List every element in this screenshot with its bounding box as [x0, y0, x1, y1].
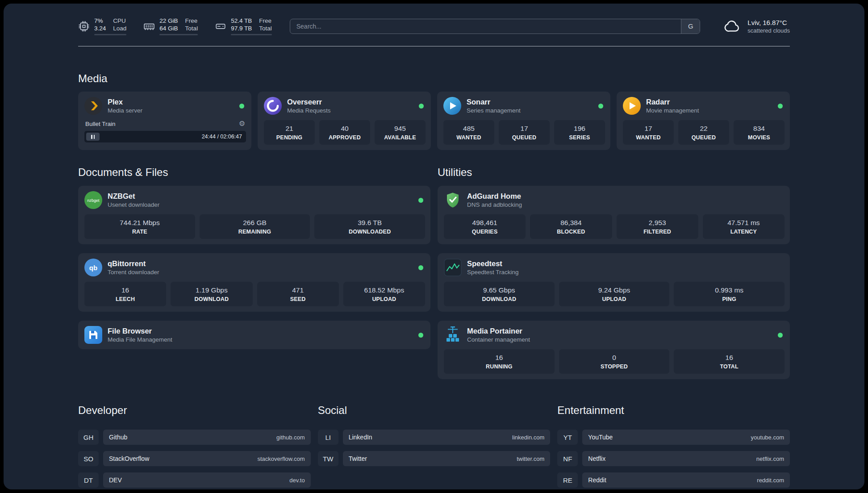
stat-value: 266 GB — [201, 218, 309, 227]
card-titles: Plex Media server — [108, 97, 142, 114]
stat-label: LATENCY — [705, 228, 783, 235]
media-card-grid: Plex Media server Bullet Train ⚙ 24:44 /… — [78, 92, 790, 150]
card-titles: NZBGet Usenet downloader — [108, 192, 159, 209]
card-titles: qBittorrent Torrent downloader — [108, 259, 159, 276]
cloud-icon — [722, 18, 742, 34]
disk-free: 52.4 TB — [231, 17, 252, 25]
service-card-nzbget[interactable]: nzbget NZBGet Usenet downloader 744.21 M… — [78, 186, 430, 244]
stats-row: 21 PENDING 40 APPROVED 945 AVAILABLE — [264, 120, 426, 145]
card-header: qb qBittorrent Torrent downloader — [84, 259, 425, 276]
service-name: Speedtest — [467, 259, 519, 268]
card-titles: Speedtest Speedtest Tracking — [467, 259, 519, 276]
service-card-adguard[interactable]: AdGuard Home DNS and adblocking 498,461 … — [438, 186, 790, 244]
stats-row: 485 WANTED 17 QUEUED 196 SERIES — [443, 120, 605, 145]
service-name: Plex — [108, 97, 142, 106]
bookmark-github[interactable]: GH Github github.com — [78, 430, 311, 445]
stat-value: 471 — [259, 286, 337, 294]
bookmark-bar: Netflix netflix.com — [582, 451, 790, 466]
bookmark-url: linkedin.com — [512, 434, 544, 441]
status-dot — [778, 333, 783, 338]
stat-value: 47.571 ms — [705, 218, 783, 227]
stat-download: 1.19 Gbps DOWNLOAD — [171, 282, 252, 306]
service-desc: Usenet downloader — [108, 201, 159, 209]
pause-button[interactable] — [86, 133, 100, 141]
stat-value: 2,953 — [618, 218, 697, 227]
playback-time: 24:44 / 02:06:47 — [202, 134, 242, 140]
stat-label: TOTAL — [676, 363, 783, 370]
service-card-sonarr[interactable]: Sonarr Series management 485 WANTED 17 Q… — [437, 92, 610, 150]
memory-free: 22 GiB — [159, 17, 178, 25]
stat-remaining: 266 GB REMAINING — [200, 214, 310, 239]
stat-value: 945 — [376, 124, 424, 133]
nzbget-icon: nzbget — [84, 191, 102, 209]
status-dot — [598, 104, 603, 109]
bookmark-youtube[interactable]: YT YouTube youtube.com — [557, 430, 790, 445]
bookmark-url: reddit.com — [757, 477, 784, 484]
stat-label: LEECH — [86, 296, 164, 303]
cpu-load-label: Load — [113, 25, 126, 32]
stat-value: 744.21 Mbps — [86, 218, 193, 227]
service-name: AdGuard Home — [467, 192, 522, 201]
bookmark-name: DEV — [109, 476, 122, 484]
weather-condition: scattered clouds — [747, 27, 790, 34]
stat-label: APPROVED — [321, 134, 368, 141]
speedtest-icon — [444, 259, 462, 276]
card-titles: Overseerr Media Requests — [287, 97, 331, 114]
status-dot — [418, 265, 423, 270]
bookmark-stackoverflow[interactable]: SO StackOverflow stackoverflow.com — [78, 451, 311, 466]
service-card-speedtest[interactable]: Speedtest Speedtest Tracking 9.65 Gbps D… — [438, 253, 790, 312]
weather-text: Lviv, 16.87°C scattered clouds — [747, 18, 790, 34]
service-card-qbittorrent[interactable]: qb qBittorrent Torrent downloader 16 LEE… — [78, 253, 430, 312]
bookmark-netflix[interactable]: NF Netflix netflix.com — [557, 451, 790, 466]
topbar-divider — [78, 46, 790, 46]
bookmark-linkedin[interactable]: LI LinkedIn linkedin.com — [318, 430, 551, 445]
status-dot — [418, 333, 423, 338]
svg-text:qb: qb — [89, 264, 97, 272]
search-provider-button[interactable]: G — [681, 19, 700, 33]
stat-available: 945 AVAILABLE — [375, 120, 426, 145]
plex-now-playing-widget: Bullet Train ⚙ 24:44 / 02:06:47 — [84, 120, 246, 142]
service-card-overseerr[interactable]: Overseerr Media Requests 21 PENDING 40 A… — [258, 92, 431, 150]
stat-wanted: 17 WANTED — [623, 120, 674, 145]
service-desc: DNS and adblocking — [467, 201, 522, 209]
bookmark-abbr: SO — [78, 451, 99, 466]
now-playing-title: Bullet Train — [85, 121, 116, 127]
card-titles: Sonarr Series management — [467, 97, 521, 114]
bookmark-bar: LinkedIn linkedin.com — [343, 430, 551, 445]
service-card-filebrowser[interactable]: File Browser Media File Management — [78, 321, 430, 349]
bookmark-dev[interactable]: DT DEV dev.to — [78, 472, 311, 488]
bookmarks-social: Social LI LinkedIn linkedin.com TW Twitt… — [318, 404, 551, 466]
stats-row: 9.65 Gbps DOWNLOAD 9.24 Gbps UPLOAD 0.99… — [444, 282, 785, 306]
portainer-icon — [444, 326, 462, 344]
stat-value: 86,384 — [532, 218, 610, 227]
bookmark-reddit[interactable]: RE Reddit reddit.com — [557, 472, 790, 488]
service-name: Sonarr — [467, 97, 521, 106]
search-input[interactable] — [290, 19, 681, 33]
disk-total: 97.9 TB — [231, 25, 252, 32]
bookmark-twitter[interactable]: TW Twitter twitter.com — [318, 451, 551, 466]
stat-latency: 47.571 ms LATENCY — [703, 214, 785, 239]
service-card-plex[interactable]: Plex Media server Bullet Train ⚙ 24:44 /… — [78, 92, 251, 150]
stat-value: 17 — [625, 124, 672, 133]
stat-wanted: 485 WANTED — [443, 120, 494, 145]
card-header: Radarr Movie management — [623, 97, 785, 115]
stat-label: UPLOAD — [561, 296, 668, 303]
cpu-label: CPU — [113, 17, 126, 25]
service-card-portainer[interactable]: Media Portainer Container management 16 … — [438, 321, 790, 379]
stat-label: UPLOAD — [345, 296, 423, 303]
stat-upload: 618.52 Mbps UPLOAD — [343, 282, 425, 306]
bookmark-bar: StackOverflow stackoverflow.com — [103, 451, 311, 466]
stat-download: 9.65 Gbps DOWNLOAD — [444, 282, 555, 306]
stat-queued: 22 QUEUED — [678, 120, 729, 145]
service-desc: Media Requests — [287, 107, 331, 114]
player-strip: 24:44 / 02:06:47 — [84, 131, 246, 142]
disk-readout: 52.4 TB Free 97.9 TB Total — [231, 17, 272, 35]
stat-value: 17 — [501, 124, 548, 133]
status-dot — [418, 198, 423, 203]
status-dot — [239, 104, 244, 109]
stat-label: DOWNLOAD — [446, 296, 553, 303]
bookmark-abbr: YT — [557, 430, 578, 445]
gear-icon[interactable]: ⚙ — [239, 120, 245, 127]
service-card-radarr[interactable]: Radarr Movie management 17 WANTED 22 QUE… — [617, 92, 790, 150]
bookmark-url: stackoverflow.com — [257, 455, 305, 462]
